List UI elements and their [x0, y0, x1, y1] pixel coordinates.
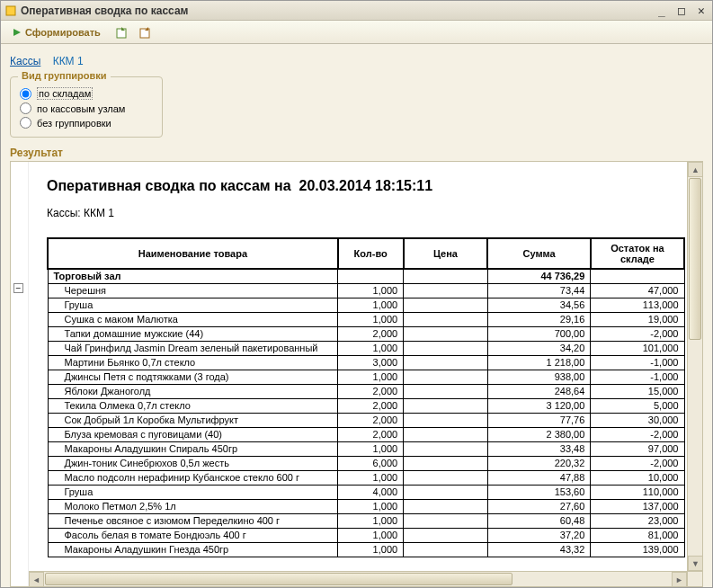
vertical-scrollbar[interactable]: ▲ ▼ [687, 162, 702, 571]
cell-stock: 30,000 [591, 413, 684, 427]
cell-name: Груша [48, 298, 338, 312]
report-scroll: Оперативная сводка по кассам на 20.03.20… [29, 162, 702, 586]
cell-stock: -2,000 [591, 326, 684, 341]
table-row: Блуза кремовая с пуговицами (40)2,0002 3… [48, 427, 684, 441]
breadcrumb: Кассы ККМ 1 [10, 55, 703, 67]
radio-by-warehouse[interactable]: по складам [20, 87, 153, 100]
table-row: Фасоль белая в томате Бондюэль 400 г1,00… [48, 528, 684, 542]
cell-price [404, 413, 488, 427]
app-icon [4, 4, 17, 17]
cell-qty: 1,000 [338, 312, 404, 326]
table-row: Текила Олмека 0,7л стекло2,0003 120,005,… [48, 398, 684, 413]
cell-name: Груша [48, 485, 338, 499]
hscroll-thumb[interactable] [45, 573, 512, 585]
cell-sum: 60,48 [487, 513, 591, 528]
table-row: Макароны Аладушкин Спираль 450гр1,00033,… [48, 441, 684, 456]
cell-price [404, 456, 488, 470]
table-row: Печенье овсяное с изюмом Переделкино 400… [48, 513, 684, 528]
cell-name: Молоко Петмол 2,5% 1л [48, 499, 338, 513]
cell-sum: 33,48 [487, 441, 591, 456]
cell-price [404, 398, 488, 413]
tree-collapse-icon[interactable]: − [13, 283, 23, 293]
table-row: Яблоки Джаноголд2,000248,6415,000 [48, 384, 684, 398]
radio-none[interactable]: без группировки [20, 117, 153, 129]
cell-name: Джин-тоник Синебрюхов 0,5л жесть [48, 456, 338, 470]
horizontal-scrollbar[interactable]: ◄ ► [29, 571, 687, 586]
cell-stock: 137,000 [591, 499, 684, 513]
cell-name: Джинсы Петя с подтяжками (3 года) [48, 370, 338, 384]
cell-qty: 2,000 [338, 413, 404, 427]
group-name: Торговый зал [48, 269, 338, 283]
report-table: Наименование товара Кол-во Цена Сумма Ос… [47, 237, 685, 557]
cell-sum: 34,56 [487, 298, 591, 312]
minimize-button[interactable]: _ [655, 4, 669, 17]
table-row: Макароны Аладушкин Гнезда 450гр1,00043,3… [48, 542, 684, 557]
breadcrumb-link[interactable]: Кассы [10, 55, 40, 67]
cell-qty: 1,000 [338, 298, 404, 312]
window-title: Оперативная сводка по кассам [21, 4, 655, 17]
radio-by-register[interactable]: по кассовым узлам [20, 102, 153, 114]
col-stock: Остаток на складе [591, 238, 684, 269]
table-row: Груша4,000153,60110,000 [48, 485, 684, 499]
table-row: Сок Добрый 1л Коробка Мультифрукт2,00077… [48, 413, 684, 427]
table-row: Масло подсолн нерафинир Кубанское стекло… [48, 470, 684, 485]
import-icon[interactable] [138, 24, 154, 40]
cell-sum: 248,64 [487, 384, 591, 398]
col-price: Цена [404, 238, 488, 269]
cell-price [404, 355, 488, 370]
group-price [404, 269, 488, 283]
cell-name: Сушка с маком Малютка [48, 312, 338, 326]
content-area: Кассы ККМ 1 Вид группировки по складам п… [1, 44, 712, 587]
scroll-left-icon[interactable]: ◄ [29, 572, 44, 586]
cell-price [404, 528, 488, 542]
cell-qty: 4,000 [338, 485, 404, 499]
form-button[interactable]: Сформировать [6, 24, 107, 40]
radio-by-register-label: по кассовым узлам [37, 103, 125, 114]
cell-qty: 1,000 [338, 528, 404, 542]
groupbox-legend: Вид группировки [18, 70, 111, 81]
radio-none-input[interactable] [20, 117, 31, 129]
scroll-corner [687, 571, 702, 586]
cell-stock: 139,000 [591, 542, 684, 557]
group-sum: 44 736,29 [487, 269, 591, 283]
table-row: Мартини Бьянко 0,7л стекло3,0001 218,00-… [48, 355, 684, 370]
cell-name: Черешня [48, 283, 338, 298]
col-name: Наименование товара [48, 238, 338, 269]
radio-none-label: без группировки [37, 118, 111, 129]
maximize-button[interactable]: □ [674, 4, 689, 17]
cell-qty: 2,000 [338, 326, 404, 341]
cell-price [404, 283, 488, 298]
tree-gutter: − [11, 162, 29, 586]
cell-qty: 1,000 [338, 341, 404, 355]
cell-sum: 2 380,00 [487, 427, 591, 441]
scroll-right-icon[interactable]: ► [672, 572, 687, 586]
radio-by-warehouse-label: по складам [37, 87, 93, 100]
export-icon[interactable] [114, 24, 130, 40]
radio-by-register-input[interactable] [20, 102, 31, 114]
cell-stock: 5,000 [591, 398, 684, 413]
cell-qty: 2,000 [338, 398, 404, 413]
radio-by-warehouse-input[interactable] [20, 88, 31, 100]
cell-name: Масло подсолн нерафинир Кубанское стекло… [48, 470, 338, 485]
play-icon [13, 28, 22, 37]
report-date: 20.03.2014 18:15:11 [299, 178, 433, 193]
cell-stock: 10,000 [591, 470, 684, 485]
scroll-up-icon[interactable]: ▲ [688, 162, 702, 177]
cell-qty: 1,000 [338, 370, 404, 384]
cell-name: Макароны Аладушкин Гнезда 450гр [48, 542, 338, 557]
cell-stock: 19,000 [591, 312, 684, 326]
cell-qty: 6,000 [338, 456, 404, 470]
cell-price [404, 513, 488, 528]
cell-sum: 1 218,00 [487, 355, 591, 370]
cell-name: Блуза кремовая с пуговицами (40) [48, 427, 338, 441]
cell-price [404, 298, 488, 312]
table-row: Груша1,00034,56113,000 [48, 298, 684, 312]
cell-price [404, 326, 488, 341]
svg-marker-1 [13, 29, 21, 36]
close-button[interactable]: ✕ [694, 4, 709, 17]
cell-price [404, 441, 488, 456]
cell-stock: -2,000 [591, 427, 684, 441]
report-title: Оперативная сводка по кассам на 20.03.20… [47, 178, 684, 194]
scroll-down-icon[interactable]: ▼ [688, 556, 702, 571]
vscroll-thumb[interactable] [689, 178, 701, 340]
